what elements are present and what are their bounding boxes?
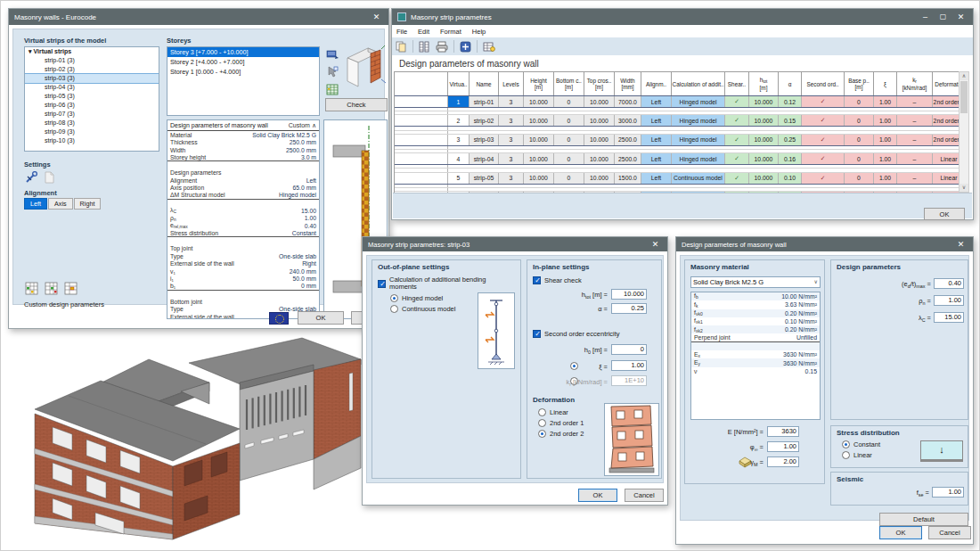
pick-selection-icon[interactable] [325, 65, 339, 79]
column-header-shear[interactable]: Shear.. [725, 72, 749, 95]
cell-alignment[interactable]: Left [641, 135, 672, 145]
menu-item-help[interactable]: Help [472, 28, 486, 36]
cell-rowsel[interactable] [395, 135, 448, 145]
cell-name[interactable]: strip-05 [470, 173, 499, 184]
gamma-field[interactable]: 2.00 [767, 456, 799, 467]
print-icon[interactable] [436, 41, 448, 53]
prop-row[interactable]: erel,max0.40 [167, 222, 319, 230]
column-header-rowsel[interactable] [395, 72, 448, 95]
column-header-htot[interactable]: htot[m] [749, 72, 779, 95]
material-dropdown[interactable]: Solid Clay Brick M2.5 G ∨ [690, 276, 821, 288]
eurocode-flag-icon[interactable] [269, 312, 289, 325]
cell-shear[interactable]: ✓ [725, 135, 749, 145]
cell-alpha[interactable]: 0.16 [779, 153, 802, 164]
ok-button[interactable]: OK [578, 489, 617, 502]
cell-top-cross[interactable]: 10.000 [584, 153, 615, 164]
prop-row[interactable]: v₁240.0 mm [167, 267, 319, 276]
cell-alpha[interactable]: 0.15 [779, 115, 802, 126]
cell-second-order[interactable]: ✓ [802, 153, 845, 164]
ok-button[interactable]: OK [924, 208, 965, 220]
tree-item-strip-03[interactable]: strip-03 (3) [25, 74, 159, 83]
cell-kr[interactable]: – [897, 115, 933, 126]
cell-kr[interactable]: – [897, 135, 933, 145]
cell-calculation[interactable]: Hinged model [672, 96, 725, 107]
column-header-virtual[interactable]: Virtua.. [448, 72, 470, 95]
navigate-icon[interactable] [460, 41, 471, 53]
prop-row[interactable]: External side of the wallRight [167, 260, 319, 268]
maximize-icon[interactable]: ▢ [936, 11, 950, 23]
calc-bending-checkbox[interactable]: Calculation of additional bending moment… [378, 276, 514, 291]
cell-xi[interactable]: 1.00 [874, 153, 897, 164]
cell-virtual[interactable]: 4 [448, 153, 470, 164]
rho-n-field[interactable]: 1.00 [934, 295, 964, 306]
prop-grid-header[interactable]: Design parameters of masonry wall Custom… [167, 120, 319, 131]
cell-kr[interactable]: – [897, 173, 933, 184]
custom-table-icon-3[interactable] [63, 281, 78, 295]
alignment-left-button[interactable]: Left [24, 198, 47, 210]
minimize-icon[interactable]: – [919, 11, 932, 23]
strip-dialog-titlebar[interactable]: Masonry strip parametres: strip-03 ✕ [363, 237, 667, 251]
table-row-strip-02[interactable]: 2strip-02310.000010.0003000.0LeftHinged … [395, 115, 966, 127]
cell-top-cross[interactable]: 10.000 [584, 96, 615, 107]
column-header-alpha[interactable]: α [779, 72, 802, 95]
cell-kr[interactable]: – [897, 153, 933, 164]
cell-name[interactable]: strip-03 [470, 135, 499, 145]
prop-row[interactable]: TypeOne-side slab [167, 306, 319, 314]
cell-virtual[interactable]: 2 [448, 115, 470, 126]
cell-levels[interactable]: 3 [499, 173, 524, 184]
cell-levels[interactable]: 3 [499, 115, 524, 126]
hinged-model-radio[interactable]: Hinged model [390, 294, 443, 302]
alpha-field[interactable]: 0.25 [611, 303, 647, 314]
prop-row[interactable]: TypeOne-side slab [167, 252, 319, 260]
checkbox-checked-icon[interactable] [378, 280, 386, 288]
check-button[interactable]: Check [325, 98, 388, 111]
masonry-walls-titlebar[interactable]: Masonry walls - Eurocode ✕ [9, 9, 388, 25]
column-header-alignment[interactable]: Alignm.. [641, 72, 672, 95]
cell-calculation[interactable]: Continuous model [672, 173, 725, 184]
cancel-button[interactable]: Cancel [928, 526, 971, 539]
cell-width[interactable]: 3000.0 [615, 115, 641, 126]
custom-table-icon-1[interactable] [24, 281, 38, 295]
prop-row[interactable]: Axis position65.0 mm [167, 185, 319, 193]
ed-t-max-field[interactable]: 0.40 [934, 278, 964, 289]
default-button[interactable]: Default [879, 513, 968, 526]
ok-button[interactable]: OK [879, 526, 922, 539]
alignment-right-button[interactable]: Right [74, 198, 102, 210]
table-window-titlebar[interactable]: Masonry strip parametres – ▢ ✕ [392, 9, 973, 25]
column-header-xi[interactable]: ξ [874, 72, 897, 95]
prop-row[interactable]: i₁50.0 mm [167, 276, 319, 284]
radio-icon[interactable] [538, 408, 546, 416]
radio-icon[interactable] [538, 419, 546, 427]
virtual-strips-tree[interactable]: ▾ Virtual stripsstrip-01 (3)strip-02 (3)… [24, 46, 159, 152]
alignment-axis-button[interactable]: Axis [48, 198, 73, 210]
cell-calculation[interactable]: Hinged model [672, 115, 725, 126]
menu-item-edit[interactable]: Edit [418, 28, 429, 36]
storey-item-3[interactable]: Storey 3 [+7.000 - +10.000] [167, 47, 319, 57]
shear-check-checkbox[interactable]: Shear check [533, 276, 582, 284]
h0-field[interactable]: 0 [611, 344, 647, 355]
cell-levels[interactable]: 3 [499, 96, 524, 107]
cancel-button[interactable]: Cancel [625, 489, 664, 502]
linear-radio[interactable]: Linear [538, 408, 568, 416]
parameters-grid[interactable]: Virtua..NameLevelsHeight[m]Bottom c..[m]… [394, 71, 966, 210]
storey-item-1[interactable]: Storey 1 [0.000 - +4.000] [167, 67, 319, 77]
column-header-name[interactable]: Name [470, 72, 499, 95]
checkbox-checked-icon[interactable] [533, 276, 541, 284]
cell-second-order[interactable]: ✓ [802, 173, 845, 184]
column-header-width[interactable]: Width[mm] [615, 72, 641, 95]
prop-row[interactable]: ρn1.00 [167, 215, 319, 223]
menu-item-format[interactable]: Format [440, 28, 461, 36]
scrollbar-thumb[interactable] [960, 81, 968, 113]
cell-htot[interactable]: 10.000 [749, 96, 779, 107]
linear-radio[interactable]: Linear [842, 451, 872, 459]
cell-bottom-cross[interactable]: 0 [554, 135, 584, 145]
prop-row[interactable]: MaterialSolid Clay Brick M2.5 G [167, 131, 319, 139]
cell-calculation[interactable]: Hinged model [672, 135, 725, 145]
cell-width[interactable]: 7000.0 [615, 96, 641, 107]
cell-alignment[interactable]: Left [641, 173, 672, 184]
cell-width[interactable]: 1500.0 [615, 173, 641, 184]
custom-table-icon-2[interactable] [44, 281, 58, 295]
htot-field[interactable]: 10.000 [611, 289, 647, 300]
cell-second-order[interactable]: ✓ [802, 115, 845, 126]
tree-item-strip-01[interactable]: strip-01 (3) [25, 56, 159, 65]
